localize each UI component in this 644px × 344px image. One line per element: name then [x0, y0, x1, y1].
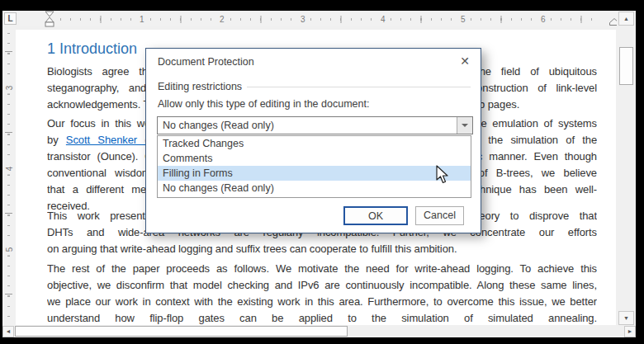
scroll-left-icon[interactable]: ◄ — [2, 326, 14, 337]
chevron-down-icon — [462, 124, 468, 127]
combobox-dropdown-button[interactable] — [457, 117, 472, 134]
editing-type-combobox[interactable]: No changes (Read only) — [157, 116, 473, 134]
first-line-indent-marker — [45, 12, 54, 16]
ruler-half-ticks — [5, 33, 12, 323]
ruler-number: 6 — [539, 14, 547, 25]
ruler-number: 4 — [379, 14, 387, 25]
text-line: objective, we disconfirm that model chec… — [47, 277, 597, 294]
option-no-changes[interactable]: No changes (Read only) — [158, 181, 471, 196]
vertical-ruler[interactable]: 3 4 5 — [2, 30, 16, 326]
ruler-number: 5 — [459, 14, 467, 25]
ruler-number: 5 — [5, 244, 14, 256]
option-tracked-changes[interactable]: Tracked Changes — [158, 136, 471, 151]
indent-markers[interactable] — [44, 11, 55, 28]
vertical-scrollbar[interactable]: ▲ ▼ — [617, 11, 636, 326]
group-divider — [243, 87, 471, 87]
dialog-title: Document Protection — [158, 56, 254, 68]
text-line: understand how flip-flop gates can be ap… — [47, 310, 597, 325]
screen: L 1 2 3 4 5 6 7 — [0, 0, 644, 344]
ruler-number: 1 — [138, 14, 146, 25]
editing-type-label: Allow only this type of editing in the d… — [158, 98, 369, 110]
option-filling-in-forms[interactable]: Filling in Forms — [158, 166, 471, 181]
ruler-number: 4 — [5, 163, 14, 175]
ruler-number: 3 — [5, 82, 14, 94]
text-line: we place our work in context with the ex… — [47, 294, 597, 310]
combobox-value: No changes (Read only) — [163, 120, 274, 131]
left-indent-marker — [45, 22, 54, 26]
close-icon[interactable]: ✕ — [454, 50, 476, 72]
horizontal-ruler[interactable]: L 1 2 3 4 5 6 7 — [2, 11, 617, 30]
scroll-up-icon[interactable]: ▲ — [618, 12, 634, 26]
section-heading: 1 Introduction — [47, 40, 137, 58]
ruler-number: 3 — [299, 14, 307, 25]
ruler-number: 2 — [218, 14, 226, 25]
scroll-down-icon[interactable]: ▼ — [618, 311, 634, 325]
horizontal-ruler-strip: 1 2 3 4 5 6 7 — [19, 12, 617, 26]
editing-restrictions-group-label: Editing restrictions — [158, 81, 247, 92]
cancel-button[interactable]: Cancel — [415, 206, 464, 225]
horizontal-scroll-thumb[interactable] — [15, 326, 348, 337]
scroll-right-icon[interactable]: ► — [624, 326, 636, 337]
vertical-scroll-thumb[interactable] — [619, 47, 633, 85]
paragraph-4: The rest of the paper proceeds as follow… — [47, 261, 597, 325]
citation-hyperlink[interactable]: Scott Shenker et — [66, 134, 154, 146]
editing-type-dropdown-list: Tracked Changes Comments Filling in Form… — [157, 135, 471, 198]
option-comments[interactable]: Comments — [158, 151, 471, 166]
hanging-indent-marker — [45, 17, 54, 22]
ok-button[interactable]: OK — [343, 206, 408, 225]
tab-stop-selector[interactable]: L — [4, 12, 17, 25]
horizontal-scrollbar[interactable]: ◄ ► — [2, 326, 636, 337]
text-segment: by — [47, 134, 66, 146]
text-line: The rest of the paper proceeds as follow… — [47, 261, 597, 277]
mouse-cursor-icon — [436, 165, 450, 185]
text-line: on arguing that write-ahead logging and … — [47, 241, 597, 257]
document-protection-dialog: Document Protection ✕ Editing restrictio… — [145, 48, 481, 233]
